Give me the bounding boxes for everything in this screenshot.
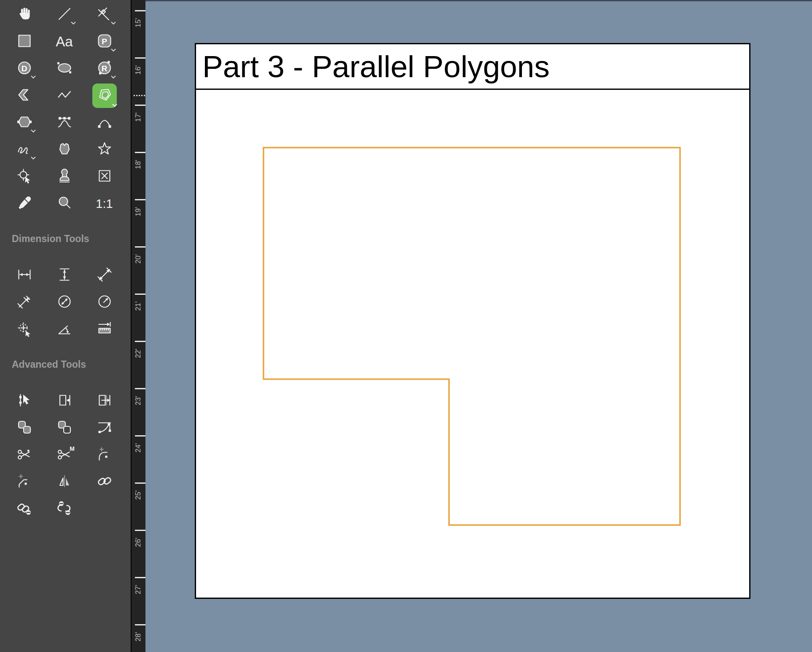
rounded-rect-icon (96, 32, 113, 51)
tool-dim-diameter[interactable] (44, 289, 84, 316)
arc-icon (96, 113, 113, 132)
ruler-tick (135, 10, 145, 11)
ruler-tick-label: 22' (134, 349, 142, 358)
ruler-tick-label: 20' (134, 254, 142, 264)
ruler-tick-label: 17' (134, 113, 142, 122)
chevron-down-icon[interactable] (31, 75, 36, 79)
ellipse-icon (56, 59, 73, 78)
tool-pull-edge-right[interactable] (84, 388, 124, 415)
tool-circle-diameter[interactable]: D (4, 55, 44, 82)
tool-blob[interactable] (44, 136, 84, 163)
tool-eyedropper[interactable] (4, 190, 44, 217)
dim-angle-icon (56, 320, 73, 339)
chevron-down-icon[interactable] (111, 48, 116, 52)
ruler-tick-label: 27' (134, 585, 142, 594)
tool-trim-multiple[interactable]: M (44, 442, 84, 469)
tool-dim-horizontal[interactable] (4, 262, 44, 289)
tool-angle-line[interactable] (84, 1, 124, 28)
tool-stamp[interactable] (44, 163, 84, 190)
ruler-tick (135, 435, 145, 436)
x-box-icon (96, 167, 113, 186)
tool-star[interactable] (84, 136, 124, 163)
page-title: Part 3 - Parallel Polygons (202, 49, 550, 84)
tool-reshape[interactable] (4, 388, 44, 415)
tool-chevron-shape[interactable] (4, 82, 44, 109)
app-window: { "colors": { "toolbar_bg": "#454545", "… (0, 0, 812, 652)
pan-hand-icon (16, 5, 33, 24)
tool-dim-angle[interactable] (44, 316, 84, 343)
tool-circle-radius[interactable]: R (84, 55, 124, 82)
tool-trim[interactable] (4, 442, 44, 469)
tool-dim-center-mark[interactable] (4, 316, 44, 343)
tool-unlink[interactable] (4, 496, 44, 523)
tool-zoom[interactable] (44, 190, 84, 217)
star-icon (96, 140, 113, 159)
tool-line[interactable] (44, 1, 84, 28)
chevron-down-icon[interactable] (71, 22, 76, 25)
chevron-down-icon[interactable] (112, 104, 117, 107)
polyline-icon (56, 86, 73, 105)
tool-arc[interactable] (84, 109, 124, 136)
locus-crosshair-icon (16, 167, 33, 186)
advanced-section-label: Advanced Tools (12, 359, 131, 370)
subtract-shapes-icon (56, 419, 73, 437)
tool-dim-diagonal[interactable] (84, 262, 124, 289)
tool-dim-offset[interactable] (4, 289, 44, 316)
tool-pull-edge-left[interactable] (44, 388, 84, 415)
tool-dim-radius[interactable] (84, 289, 124, 316)
tool-ellipse[interactable] (44, 55, 84, 82)
document-page[interactable]: Part 3 - Parallel Polygons (195, 43, 750, 599)
ruler-tick (135, 152, 145, 153)
tool-chamfer[interactable] (4, 469, 44, 496)
tool-polyline[interactable] (44, 82, 84, 109)
tool-polygon[interactable] (84, 82, 124, 109)
tool-text[interactable]: Aa (44, 28, 84, 55)
ruler-tick-label: 28' (134, 632, 142, 641)
freehand-icon (16, 140, 33, 159)
stamp-icon (56, 167, 73, 186)
tool-dim-tape[interactable] (84, 316, 124, 343)
tool-locus[interactable] (4, 163, 44, 190)
tool-dim-vertical[interactable] (44, 262, 84, 289)
chevron-down-icon[interactable] (111, 22, 116, 25)
tool-freehand[interactable] (4, 136, 44, 163)
dim-center-mark-icon (16, 320, 33, 339)
chevron-down-icon[interactable] (31, 156, 36, 160)
tool-rectangle[interactable] (4, 28, 44, 55)
tool-bezier[interactable] (44, 109, 84, 136)
tool-subtract[interactable] (44, 415, 84, 442)
ruler-tick (135, 482, 145, 484)
tool-fillet[interactable] (84, 442, 124, 469)
tool-combine[interactable] (4, 415, 44, 442)
magnifier-icon (56, 194, 73, 213)
rectangle-icon (16, 32, 33, 51)
page-title-block: Part 3 - Parallel Polygons (196, 44, 749, 90)
tool-unlink-all[interactable] (44, 496, 84, 523)
chevron-down-icon[interactable] (111, 75, 116, 79)
ruler-guide-marker (134, 95, 145, 96)
drawing-canvas[interactable]: Part 3 - Parallel Polygons (145, 0, 812, 652)
tool-link[interactable] (84, 469, 124, 496)
circle-d-icon (16, 59, 33, 78)
tool-delete-box[interactable] (84, 163, 124, 190)
tangent-curve-icon (96, 419, 113, 437)
tape-measure-icon (96, 320, 113, 339)
ruler-tick-label: 16' (134, 65, 142, 75)
tool-rounded-rectangle[interactable]: P (84, 28, 124, 55)
advanced-tool-grid: M (4, 388, 131, 523)
chevron-down-icon[interactable] (31, 129, 36, 133)
ruler-tick-label: 24' (134, 443, 142, 453)
dim-diameter-icon (56, 293, 73, 312)
dim-radius-icon (96, 293, 113, 312)
ruler-tick (135, 294, 145, 295)
pull-edge-right-icon (96, 392, 113, 410)
ruler-tick (135, 246, 145, 248)
tool-hexagon[interactable] (4, 109, 44, 136)
tool-actual-size[interactable]: 1:1 (84, 190, 124, 217)
tool-tangent-connect[interactable] (84, 415, 124, 442)
line-icon (56, 5, 73, 24)
tool-pan[interactable] (4, 1, 44, 28)
polygon-icon (96, 86, 113, 105)
tool-mirror[interactable] (44, 469, 84, 496)
vertical-ruler: 15'16'17'18'19'20'21'22'23'24'25'26'27'2… (131, 0, 145, 652)
